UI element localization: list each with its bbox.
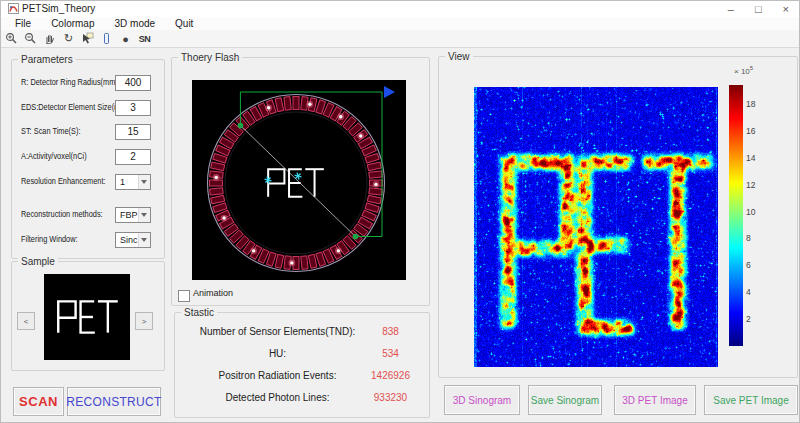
app-icon xyxy=(8,3,19,14)
theory-flash-title: Thoery Flash xyxy=(178,51,242,64)
sample-next-button[interactable]: > xyxy=(135,312,153,330)
theory-flash-panel: Thoery Flash Animation xyxy=(171,57,430,306)
dropdown-arrow-icon xyxy=(138,208,150,222)
colorbar-tick: 18 xyxy=(746,99,766,109)
colorbar-exponent-label: × 105 xyxy=(734,65,753,76)
ring-radius-input[interactable]: 400 xyxy=(115,75,151,91)
close-button[interactable]: × xyxy=(783,2,789,16)
animation-checkbox[interactable] xyxy=(178,290,190,302)
stat-label-sensor-elements: Number of Sensor Elements(TND): xyxy=(175,326,380,337)
view-panel: View × 105 18 16 14 12 10 8 6 4 2 xyxy=(438,56,798,378)
animation-checkbox-label: Animation xyxy=(193,288,233,298)
data-cursor-icon[interactable] xyxy=(80,31,95,46)
menubar: File Colormap 3D mode Quit xyxy=(1,17,799,30)
stat-value-hu: 534 xyxy=(363,348,418,359)
colorbar-tick: 14 xyxy=(746,153,766,163)
recon-method-value: FBP xyxy=(120,208,138,222)
activity-input[interactable]: 2 xyxy=(115,149,151,165)
colorbar-tick: 12 xyxy=(746,180,766,190)
colorbar-tick: 6 xyxy=(746,260,766,270)
param-label-scan-time: ST: Scan Time(S): xyxy=(21,125,80,137)
filter-window-select[interactable]: Sinc xyxy=(115,232,151,248)
param-label-activity: A:Activity/voxel(nCi) xyxy=(21,150,87,162)
3d-sinogram-button[interactable]: 3D Sinogram xyxy=(444,385,520,415)
rotate-3d-icon[interactable]: ↻ xyxy=(61,31,76,46)
param-label-recon-method: Reconstruction methods: xyxy=(21,208,103,220)
3d-pet-image-button[interactable]: 3D PET Image xyxy=(614,385,696,415)
pan-hand-icon[interactable] xyxy=(42,31,57,46)
save-pet-image-button[interactable]: Save PET Image xyxy=(704,385,798,415)
scan-button[interactable]: SCAN xyxy=(13,387,64,416)
stat-label-positron-events: Positron Radiation Events: xyxy=(175,370,380,381)
param-label-ring-radius: R: Detector Ring Radius(mm) xyxy=(21,76,118,88)
colorbar-tick: 16 xyxy=(746,126,766,136)
element-size-input[interactable]: 3 xyxy=(115,100,151,116)
menu-colormap[interactable]: Colormap xyxy=(41,18,104,29)
param-label-element-size: EDS:Detector Element Size(mm) xyxy=(21,101,129,113)
sample-title: Sample xyxy=(18,255,58,268)
stat-value-photon-lines: 933230 xyxy=(363,392,418,403)
brush-circle-icon[interactable]: ● xyxy=(118,31,133,46)
menu-3d-mode[interactable]: 3D mode xyxy=(104,18,165,29)
sample-prev-button[interactable]: < xyxy=(17,312,35,330)
resolution-value: 1 xyxy=(120,175,125,189)
menu-quit[interactable]: Quit xyxy=(165,18,203,29)
menu-file[interactable]: File xyxy=(5,18,41,29)
zoom-in-icon[interactable] xyxy=(4,31,19,46)
sample-panel: Sample < > xyxy=(11,261,165,371)
resolution-select[interactable]: 1 xyxy=(115,174,151,190)
param-label-filter-window: Filtering Window: xyxy=(21,233,78,245)
colorbar-icon[interactable] xyxy=(99,31,114,46)
zoom-out-icon[interactable] xyxy=(23,31,38,46)
reconstruct-button[interactable]: RECONSTRUCT xyxy=(67,387,161,416)
dropdown-arrow-icon xyxy=(138,233,150,247)
view-title: View xyxy=(445,50,473,63)
statistics-panel: Stastic Number of Sensor Elements(TND): … xyxy=(174,312,430,418)
colorbar-tick: 2 xyxy=(746,314,766,324)
parameters-title: Parameters xyxy=(18,53,76,66)
sn-tool-icon[interactable]: SN xyxy=(137,31,152,46)
colorbar-tick: 8 xyxy=(746,233,766,243)
colorbar-tick: 4 xyxy=(746,287,766,297)
detector-ring-animation xyxy=(192,80,406,280)
filter-window-value: Sinc xyxy=(120,233,138,247)
titlebar: PETSim_Theory – □ × xyxy=(1,1,799,17)
toolbar: ↻ ● SN xyxy=(1,30,799,48)
parameters-panel: Parameters R: Detector Ring Radius(mm) 4… xyxy=(11,59,165,259)
stat-value-positron-events: 1426926 xyxy=(363,370,418,381)
stat-label-hu: HU: xyxy=(175,348,380,359)
stat-value-sensor-elements: 838 xyxy=(363,326,418,337)
param-label-resolution: Resolution Enhancement: xyxy=(21,175,106,187)
save-sinogram-button[interactable]: Save Sinogram xyxy=(528,385,602,415)
recon-method-select[interactable]: FBP xyxy=(115,207,151,223)
colorbar xyxy=(729,85,743,346)
stat-label-photon-lines: Detected Photon Lines: xyxy=(175,392,380,403)
colorbar-tick: 10 xyxy=(746,207,766,217)
sample-phantom-image xyxy=(44,274,130,360)
window-title: PETSim_Theory xyxy=(22,3,95,14)
app-window: PETSim_Theory – □ × File Colormap 3D mod… xyxy=(0,0,800,423)
maximize-button[interactable]: □ xyxy=(755,2,762,16)
pet-reconstruction-image xyxy=(474,87,718,367)
minimize-button[interactable]: – xyxy=(728,2,734,16)
scan-time-input[interactable]: 15 xyxy=(115,124,151,140)
statistics-title: Stastic xyxy=(181,306,217,319)
dropdown-arrow-icon xyxy=(138,175,150,189)
